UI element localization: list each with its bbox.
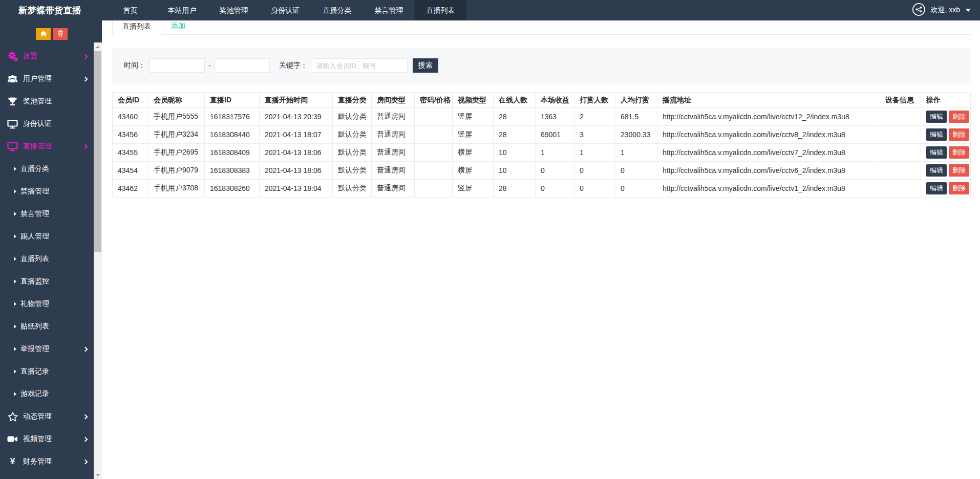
edit-button[interactable]: 编辑 (926, 164, 947, 177)
cell-room_type: 普通房间 (372, 108, 415, 126)
scroll-down-icon[interactable] (94, 471, 102, 479)
trash-icon (57, 30, 63, 38)
cell-avg_reward: 0 (615, 162, 657, 180)
monitor-icon (7, 141, 18, 151)
search-panel: 时间： - 关键字： 搜索 (112, 48, 970, 83)
cell-member_id: 43462 (113, 180, 148, 198)
sidebar-item-5[interactable]: 直播分类 (0, 158, 102, 180)
sidebar-item-label: 直播管理 (23, 142, 52, 151)
sidebar-item-8[interactable]: 踢人管理 (0, 225, 102, 248)
triangle-right-icon (14, 212, 16, 216)
cell-reward_users: 3 (574, 126, 615, 144)
cell-nickname: 手机用户3708 (148, 180, 205, 198)
table-row: 43456手机用户323416183084402021-04-13 18:07默… (113, 126, 971, 144)
sidebar-item-label: 奖池管理 (23, 97, 52, 106)
delete-button[interactable]: 删除 (949, 146, 969, 159)
cell-password_price (415, 108, 453, 126)
cell-actions: 编辑删除 (921, 162, 971, 180)
delete-button[interactable]: 删除 (949, 128, 969, 141)
keyword-input[interactable] (312, 58, 408, 73)
sidebar-item-label: 禁播管理 (20, 187, 49, 196)
table-row: 43462手机用户370816183082602021-04-13 18:04默… (113, 180, 971, 198)
edit-button[interactable]: 编辑 (926, 146, 947, 159)
sidebar-item-10[interactable]: 直播监控 (0, 270, 102, 293)
nav-item-2[interactable]: 本站用户 (156, 0, 208, 20)
column-header: 房间类型 (372, 93, 415, 108)
time-to-input[interactable] (215, 58, 270, 73)
edit-button[interactable]: 编辑 (926, 128, 947, 141)
scroll-up-icon[interactable] (94, 42, 102, 51)
sidebar-item-3[interactable]: 身份认证 (0, 113, 102, 135)
sidebar-item-17[interactable]: 视频管理 (0, 428, 102, 450)
column-header: 会员ID (113, 93, 148, 108)
trash-button[interactable] (53, 28, 68, 40)
cell-password_price (415, 126, 453, 144)
sidebar-item-12[interactable]: 贴纸列表 (0, 315, 102, 338)
delete-button[interactable]: 删除 (949, 111, 969, 123)
cell-start_time: 2021-04-13 18:06 (260, 144, 333, 162)
cell-actions: 编辑删除 (921, 144, 971, 162)
nav-item-4[interactable]: 身份认证 (260, 0, 311, 20)
nav-item-7[interactable]: 直播列表 (415, 0, 466, 20)
sidebar-item-1[interactable]: 用户管理 (0, 68, 102, 90)
sidebar-item-0[interactable]: 设置 (0, 45, 102, 68)
chevron-right-icon (83, 76, 88, 81)
sidebar-item-15[interactable]: 游戏记录 (0, 383, 102, 405)
sidebar-scrollbar[interactable] (94, 42, 102, 479)
sidebar-item-16[interactable]: 动态管理 (0, 405, 102, 428)
app-logo: 新梦蝶带货直播 (0, 5, 104, 16)
top-header: 新梦蝶带货直播 首页本站用户奖池管理身份认证直播分类禁言管理直播列表 欢迎, x… (0, 0, 980, 20)
triangle-right-icon (14, 257, 16, 261)
nav-item-1[interactable]: 首页 (104, 0, 156, 20)
cell-start_time: 2021-04-13 18:06 (260, 162, 333, 180)
cell-income: 69001 (536, 126, 574, 144)
sidebar-item-7[interactable]: 禁言管理 (0, 203, 102, 225)
sidebar-item-4[interactable]: 直播管理 (0, 135, 102, 158)
users-icon (7, 74, 18, 84)
cell-device (880, 162, 921, 180)
delete-button[interactable]: 删除 (949, 182, 969, 194)
nav-item-3[interactable]: 奖池管理 (208, 0, 260, 20)
nav-item-5[interactable]: 直播分类 (311, 0, 363, 20)
sidebar-item-label: 动态管理 (23, 412, 52, 421)
sidebar-menu: 设置用户管理奖池管理身份认证直播管理直播分类禁播管理禁言管理踢人管理直播列表直播… (0, 45, 102, 473)
sidebar-item-14[interactable]: 直播记录 (0, 360, 102, 383)
cell-online: 10 (494, 162, 536, 180)
edit-button[interactable]: 编辑 (926, 182, 947, 194)
sidebar-item-11[interactable]: 礼物管理 (0, 293, 102, 315)
search-button[interactable]: 搜索 (413, 58, 438, 73)
home-button[interactable] (36, 28, 51, 40)
sidebar-item-label: 财务管理 (23, 457, 52, 466)
keyword-label: 关键字： (279, 61, 308, 70)
nav-item-6[interactable]: 禁言管理 (363, 0, 415, 20)
cell-avg_reward: 681.5 (615, 108, 657, 126)
welcome-text: 欢迎, xxb (930, 6, 960, 15)
sidebar-item-18[interactable]: ¥财务管理 (0, 450, 102, 473)
table-header-row: 会员ID会员昵称直播ID直播开始时间直播分类房间类型密码/价格视频类型在线人数本… (113, 93, 971, 108)
sidebar-item-label: 直播记录 (20, 367, 49, 376)
sidebar-item-2[interactable]: 奖池管理 (0, 90, 102, 113)
column-header: 打赏人数 (574, 93, 615, 108)
delete-button[interactable]: 删除 (949, 164, 969, 177)
user-menu[interactable]: 欢迎, xxb (912, 3, 980, 18)
time-separator: - (208, 61, 211, 70)
cell-stream_url: http://cctvalih5ca.v.myalicdn.com/live/c… (657, 126, 880, 144)
cell-video_type: 横屏 (453, 162, 494, 180)
sidebar-item-13[interactable]: 举报管理 (0, 338, 102, 360)
scrollbar-thumb[interactable] (94, 51, 101, 252)
cell-actions: 编辑删除 (921, 108, 971, 126)
cell-member_id: 43455 (113, 144, 148, 162)
sidebar-item-6[interactable]: 禁播管理 (0, 180, 102, 203)
cell-password_price (415, 144, 453, 162)
sidebar-item-9[interactable]: 直播列表 (0, 248, 102, 270)
column-header: 设备信息 (880, 93, 921, 108)
column-header: 会员昵称 (148, 93, 205, 108)
cell-actions: 编辑删除 (921, 126, 971, 144)
time-from-input[interactable] (150, 58, 205, 73)
sidebar-item-label: 举报管理 (20, 344, 49, 354)
cell-start_time: 2021-04-13 20:39 (260, 108, 333, 126)
edit-button[interactable]: 编辑 (926, 111, 947, 123)
sidebar-item-label: 身份认证 (23, 119, 52, 128)
quick-buttons (0, 20, 102, 45)
cell-stream_url: http://cctvalih5ca.v.myalicdn.com/live/c… (657, 162, 880, 180)
